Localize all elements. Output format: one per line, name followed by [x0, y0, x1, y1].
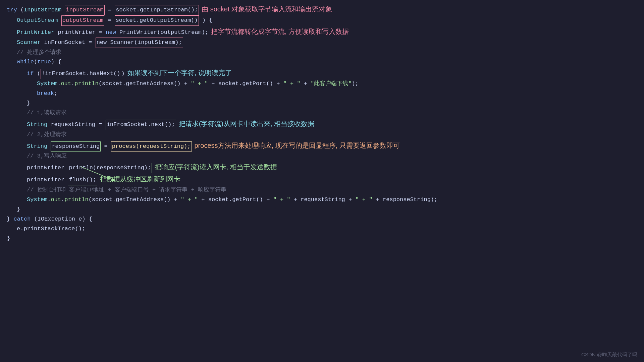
code-line: // 控制台打印 客户端IP地址 + 客户端端口号 + 请求字符串 + 响应字符…: [7, 185, 637, 195]
annotation: 由 socket 对象获取字节输入流和输出流对象: [202, 3, 332, 15]
code-line: PrintWriter printWriter = new PrintWrite…: [7, 26, 637, 38]
code-token: );: [352, 79, 359, 89]
code-container: try (InputStream inputStream = socket.ge…: [0, 0, 644, 247]
code-line: printWriter flush();把数据从缓冲区刷新到网卡: [7, 173, 637, 185]
code-token: requestString =: [47, 120, 105, 130]
code-token: + socket.getPort() +: [198, 195, 273, 205]
code-token: ) {: [51, 57, 61, 67]
code-token: System: [37, 79, 57, 89]
code-token: try: [7, 5, 17, 15]
code-token: printWriter =: [54, 28, 106, 38]
code-token: // 控制台打印 客户端IP地址 + 客户端端口号 + 请求字符串 + 响应字符…: [27, 185, 226, 195]
code-token: printWriter: [27, 163, 68, 173]
code-token: inFromSocket =: [41, 38, 95, 48]
code-line: System.out.println(socket.getInetAddress…: [7, 195, 637, 205]
code-token: ) {: [199, 16, 213, 25]
code-token: out: [61, 79, 71, 89]
code-token: out: [51, 195, 61, 205]
code-token: !inFromSocket.hasNext(): [41, 69, 121, 79]
code-token: }: [7, 234, 10, 244]
code-token: outputStream: [61, 15, 104, 26]
code-token: + socket.getPort() +: [208, 79, 283, 89]
code-line: }: [7, 99, 637, 108]
code-token: ;: [54, 89, 57, 99]
code-token: [61, 5, 65, 15]
code-token: System: [27, 195, 47, 205]
code-token: + responseString);: [372, 195, 437, 205]
code-line: // 3,写入响应: [7, 152, 637, 161]
watermark: CSDN @昨天敲代码了吗: [581, 352, 637, 358]
code-line: // 2,处理请求: [7, 130, 637, 140]
code-token: =: [104, 16, 115, 25]
annotation: process方法用来处理响应, 现在写的是回显程序, 只需要返回参数即可: [195, 140, 400, 151]
code-line: Scanner inFromSocket = new Scanner(input…: [7, 38, 637, 48]
code-token: (: [34, 69, 40, 79]
code-token: PrintWriter(outputStream);: [116, 28, 208, 38]
code-token: + requestString +: [290, 195, 356, 205]
code-token: " + ": [283, 79, 301, 89]
code-line: System.out.println(socket.getInetAddress…: [7, 79, 637, 89]
code-token: socket.getOutputStream(): [115, 15, 199, 26]
code-line: }: [7, 234, 637, 244]
code-token: " + ": [355, 195, 372, 205]
code-token: .: [71, 79, 74, 89]
code-token: // 1,读取请求: [27, 108, 67, 118]
code-token: }: [27, 99, 30, 108]
annotation: 如果读不到下一个字符, 说明读完了: [127, 67, 232, 78]
code-line: OutputStream outputStream = socket.getOu…: [7, 15, 637, 26]
annotation: 把数据从缓冲区刷新到网卡: [100, 173, 180, 185]
code-token: String: [27, 142, 47, 152]
code-token: (socket.getInetAddress() +: [89, 195, 181, 205]
code-token: [58, 16, 61, 25]
code-token: }: [7, 215, 13, 224]
code-token: responseString: [51, 141, 101, 152]
code-line: }: [7, 205, 637, 215]
code-token: while: [17, 57, 34, 67]
code-line: String responseString = process(requestS…: [7, 140, 637, 152]
code-token: OutputStream: [17, 16, 58, 25]
annotation: 把字节流都转化成字节流, 方便读取和写入数据: [211, 26, 349, 37]
code-line: } catch (IOException e) {: [7, 215, 637, 224]
code-token: printWriter: [27, 175, 68, 185]
code-token: " + ": [181, 195, 198, 205]
code-token: println(responseString);: [68, 163, 152, 173]
code-token: .: [57, 79, 61, 89]
code-token: catch: [13, 215, 31, 224]
code-token: true: [37, 57, 51, 67]
code-line: // 1,读取请求: [7, 108, 637, 118]
code-line: if (!inFromSocket.hasNext())如果读不到下一个字符, …: [7, 67, 637, 79]
code-token: // 处理多个请求: [17, 48, 61, 58]
code-token: [47, 142, 51, 152]
code-token: process(requestString);: [111, 141, 192, 152]
code-token: inputStream: [65, 5, 104, 15]
code-token: // 2,处理请求: [27, 130, 67, 140]
code-token: =: [101, 142, 111, 152]
code-token: println: [64, 195, 88, 205]
code-token: (IOException e) {: [31, 215, 92, 224]
code-token: break: [37, 89, 54, 99]
code-token: " + ": [273, 195, 290, 205]
code-token: // 3,写入响应: [27, 152, 67, 161]
code-token: if: [27, 69, 34, 79]
code-token: (: [34, 57, 37, 67]
code-token: (socket.getInetAddress() +: [99, 79, 191, 89]
annotation: 把请求(字符流)从网卡中读出来, 相当接收数据: [179, 118, 314, 129]
code-line: e.printStackTrace();: [7, 224, 637, 234]
code-token: String: [27, 120, 47, 130]
code-token: new: [106, 28, 116, 38]
code-token: new Scanner(inputStream);: [96, 38, 183, 48]
code-token: InputStream: [24, 5, 61, 15]
code-token: Scanner: [17, 38, 41, 48]
code-line: while(true) {: [7, 57, 637, 67]
code-token: "此客户端下线": [311, 79, 352, 89]
code-token: println: [74, 79, 98, 89]
code-line: break;: [7, 89, 637, 99]
code-token: inFromSocket.next();: [106, 120, 176, 130]
code-token: e.printStackTrace();: [17, 224, 85, 234]
code-token: ): [121, 69, 124, 79]
annotation: 把响应(字符流)读入网卡, 相当于发送数据: [155, 161, 277, 173]
code-token: .: [61, 195, 64, 205]
code-token: (: [17, 5, 24, 15]
code-line: printWriter println(responseString);把响应(…: [7, 161, 637, 173]
code-line: // 处理多个请求: [7, 48, 637, 58]
